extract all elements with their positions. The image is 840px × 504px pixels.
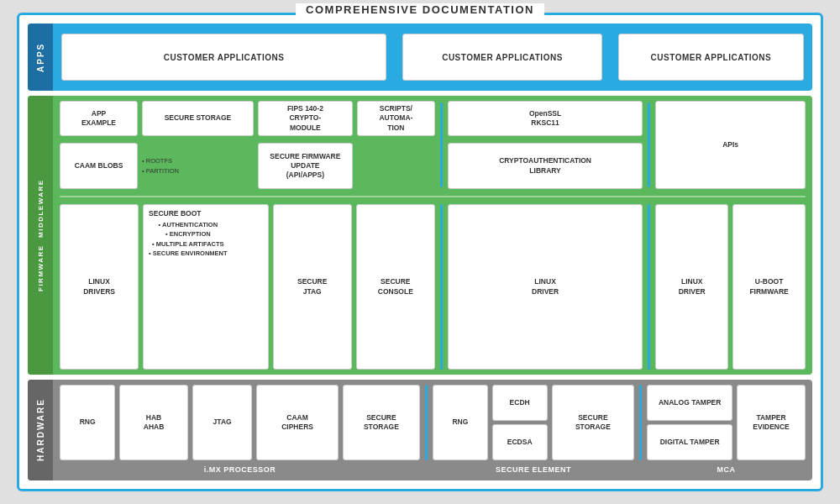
secure-fw-update-box: SECURE FIRMWARE UPDATE(API/APPS) xyxy=(258,143,353,189)
mid-firm-row: FIRMWARE MIDDLEWARE APPEXAMPLE CAAM BLOB… xyxy=(28,96,812,375)
mw-section-divider2 xyxy=(648,102,650,187)
doc-title: COMPREHENSIVE DOCUMENTATION xyxy=(296,3,544,16)
hw-mca-group: ANALOG TAMPER DIGITAL TAMPER TAMPEREVIDE… xyxy=(647,385,806,460)
hardware-row: HARDWARE RNG HABAHAB JTAG CAAMCIPHERS SE… xyxy=(28,380,812,480)
cryptoauth-box: CRYPTOAUTHENTICATIONLIBRARY xyxy=(448,143,643,189)
fw-section-divider xyxy=(440,204,443,370)
se-label-area: SECURE ELEMENT xyxy=(433,464,634,475)
hw-rng2-box: RNG xyxy=(433,385,488,460)
customer-app-2: CUSTOMER APPLICATIONS xyxy=(402,34,602,81)
scripts-box: SCRIPTS/AUTOMA-TION xyxy=(357,101,435,136)
mca-label: MCA xyxy=(717,464,736,475)
mca-label-area: MCA xyxy=(647,464,806,475)
hw-ecdsa-box: ECDSA xyxy=(492,424,548,460)
fw-section-divider2 xyxy=(648,204,650,370)
hardware-content: RNG HABAHAB JTAG CAAMCIPHERS SECURESTORA… xyxy=(53,380,812,480)
uboot-box: U-BOOTFIRMWARE xyxy=(732,204,806,370)
secure-boot-box: SECURE BOOT AUTHENTICATION ENCRYPTION MU… xyxy=(143,204,269,370)
apps-label: APPS xyxy=(28,24,53,91)
mid-firm-content: APPEXAMPLE CAAM BLOBS SECURE STORAGE • R… xyxy=(53,96,812,375)
apps-content: CUSTOMER APPLICATIONS CUSTOMER APPLICATI… xyxy=(53,24,812,91)
customer-app-3: CUSTOMER APPLICATIONS xyxy=(618,34,804,81)
fw-mw-divider xyxy=(60,196,806,197)
apps-row: APPS CUSTOMER APPLICATIONS CUSTOMER APPL… xyxy=(28,24,812,91)
imx-label-area: i.MX PROCESSOR xyxy=(60,464,420,475)
hw-rng-box: RNG xyxy=(60,385,115,460)
rootfs-partition: • ROOTFS • PARTITION xyxy=(142,143,179,189)
middleware-section: APPEXAMPLE CAAM BLOBS SECURE STORAGE • R… xyxy=(60,101,806,189)
openssl-box: OpenSSLRKSC11 xyxy=(448,101,643,136)
hw-caam-box: CAAMCIPHERS xyxy=(256,385,338,460)
fips-box: FIPS 140-2CRYPTO-MODULE xyxy=(258,101,353,136)
linux-drivers-box: LINUXDRIVERS xyxy=(60,204,139,370)
customer-app-1: CUSTOMER APPLICATIONS xyxy=(61,34,386,81)
hw-ecdh-ecdsa: ECDH ECDSA xyxy=(492,385,548,460)
fw-middle: LINUXDRIVER xyxy=(448,204,643,370)
hw-tamper-evidence-box: TAMPEREVIDENCE xyxy=(737,385,806,460)
hw-div2 xyxy=(639,385,642,460)
hw-imx-group: RNG HABAHAB JTAG CAAMCIPHERS SECURESTORA… xyxy=(60,385,420,460)
hw-se-group: RNG ECDH ECDSA SECURESTORAGE xyxy=(433,385,634,460)
hw-secure-storage2-box: SECURESTORAGE xyxy=(552,385,635,460)
hw-digital-tamper-box: DIGITAL TAMPER xyxy=(647,424,732,460)
main-layout: APPS CUSTOMER APPLICATIONS CUSTOMER APPL… xyxy=(19,15,821,489)
hardware-label: HARDWARE xyxy=(28,380,53,480)
middleware-firmware-label: FIRMWARE MIDDLEWARE xyxy=(28,96,53,375)
linux-driver-1-box: LINUXDRIVER xyxy=(448,204,643,370)
hw-top: RNG HABAHAB JTAG CAAMCIPHERS SECURESTORA… xyxy=(60,385,806,460)
apis-area: APIs xyxy=(655,101,806,189)
imx-label: i.MX PROCESSOR xyxy=(204,464,276,475)
outer-wrapper: COMPREHENSIVE DOCUMENTATION APPS CUSTOME… xyxy=(17,13,823,491)
secure-jtag-box: SECUREJTAG xyxy=(273,204,352,370)
caam-blobs-box: CAAM BLOBS xyxy=(60,143,138,189)
hw-bottom: i.MX PROCESSOR SECURE ELEMENT MCA xyxy=(60,464,806,475)
hw-tamper-col: ANALOG TAMPER DIGITAL TAMPER xyxy=(647,385,732,460)
apis-box: APIs xyxy=(655,101,806,189)
se-label: SECURE ELEMENT xyxy=(496,464,571,475)
secure-console-box: SECURECONSOLE xyxy=(356,204,435,370)
app-example-box: APPEXAMPLE xyxy=(60,101,138,136)
hw-div1 xyxy=(425,385,428,460)
mw-section-divider xyxy=(440,102,443,187)
firmware-section: LINUXDRIVERS SECURE BOOT AUTHENTICATION … xyxy=(60,204,806,370)
hw-analog-tamper-box: ANALOG TAMPER xyxy=(647,385,732,421)
hw-hab-box: HABAHAB xyxy=(119,385,188,460)
hw-jtag-box: JTAG xyxy=(192,385,252,460)
hw-ecdh-box: ECDH xyxy=(492,385,548,421)
secure-boot-list: AUTHENTICATION ENCRYPTION MULTIPLE ARTIF… xyxy=(149,220,227,258)
fw-right: LINUXDRIVER U-BOOTFIRMWARE xyxy=(655,204,806,370)
secure-storage-mw-box: SECURE STORAGE xyxy=(142,101,254,136)
linux-driver-2-box: LINUXDRIVER xyxy=(655,204,728,370)
hw-secure-storage-box: SECURESTORAGE xyxy=(343,385,420,460)
